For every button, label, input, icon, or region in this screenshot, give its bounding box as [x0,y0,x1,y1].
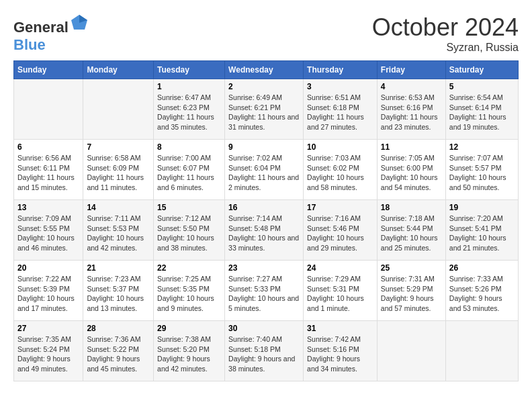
logo-icon [70,13,89,32]
day-info: Sunrise: 7:05 AMSunset: 6:00 PMDaylight:… [381,153,442,193]
day-info: Sunrise: 7:40 AMSunset: 5:18 PMDaylight:… [228,334,300,374]
calendar-cell: 4Sunrise: 6:53 AMSunset: 6:16 PMDaylight… [377,79,445,140]
day-info: Sunrise: 7:18 AMSunset: 5:44 PMDaylight:… [381,214,442,253]
day-info: Sunrise: 7:29 AMSunset: 5:31 PMDaylight:… [307,274,373,314]
calendar-cell [14,79,83,140]
day-info: Sunrise: 6:54 AMSunset: 6:14 PMDaylight:… [449,93,515,132]
title-section: October 2024 Syzran, Russia [372,13,519,54]
day-info: Sunrise: 7:23 AMSunset: 5:37 PMDaylight:… [87,274,150,314]
calendar-cell: 6Sunrise: 6:56 AMSunset: 6:11 PMDaylight… [14,140,83,200]
weekday-header-row: SundayMondayTuesdayWednesdayThursdayFrid… [14,61,519,79]
day-number: 4 [381,82,442,91]
day-info: Sunrise: 7:02 AMSunset: 6:04 PMDaylight:… [228,153,300,193]
calendar-cell: 15Sunrise: 7:12 AMSunset: 5:50 PMDayligh… [154,200,225,261]
weekday-header-friday: Friday [377,61,445,79]
calendar-week-row: 13Sunrise: 7:09 AMSunset: 5:55 PMDayligh… [14,200,519,261]
day-number: 21 [87,263,150,273]
weekday-header-thursday: Thursday [304,61,378,79]
day-info: Sunrise: 7:11 AMSunset: 5:53 PMDaylight:… [87,214,150,253]
calendar-cell: 25Sunrise: 7:31 AMSunset: 5:29 PMDayligh… [377,261,445,321]
calendar-cell: 21Sunrise: 7:23 AMSunset: 5:37 PMDayligh… [83,261,154,321]
weekday-header-tuesday: Tuesday [154,61,225,79]
calendar-week-row: 1Sunrise: 6:47 AMSunset: 6:23 PMDaylight… [14,79,519,140]
logo-general: General [13,19,69,36]
day-number: 20 [17,263,79,273]
day-number: 23 [228,263,300,273]
day-number: 25 [381,263,442,273]
day-info: Sunrise: 7:42 AMSunset: 5:16 PMDaylight:… [307,334,373,374]
weekday-header-monday: Monday [83,61,154,79]
day-info: Sunrise: 7:12 AMSunset: 5:50 PMDaylight:… [157,214,221,253]
day-info: Sunrise: 7:38 AMSunset: 5:20 PMDaylight:… [157,334,221,374]
calendar-cell [377,321,445,381]
calendar-cell [83,79,154,140]
day-number: 28 [87,324,150,333]
day-number: 15 [157,203,221,212]
calendar-cell: 23Sunrise: 7:27 AMSunset: 5:33 PMDayligh… [225,261,304,321]
day-info: Sunrise: 7:25 AMSunset: 5:35 PMDaylight:… [157,274,221,314]
day-number: 14 [87,203,150,212]
day-info: Sunrise: 7:20 AMSunset: 5:41 PMDaylight:… [449,214,515,253]
day-info: Sunrise: 7:03 AMSunset: 6:02 PMDaylight:… [307,153,373,193]
calendar-cell: 18Sunrise: 7:18 AMSunset: 5:44 PMDayligh… [377,200,445,261]
day-number: 27 [17,324,79,333]
calendar-cell: 11Sunrise: 7:05 AMSunset: 6:00 PMDayligh… [377,140,445,200]
day-number: 1 [157,82,221,91]
day-number: 30 [228,324,300,333]
logo-blue: Blue [13,36,46,53]
calendar-week-row: 27Sunrise: 7:35 AMSunset: 5:24 PMDayligh… [14,321,519,381]
weekday-header-sunday: Sunday [14,61,83,79]
day-number: 3 [307,82,373,91]
calendar-cell: 12Sunrise: 7:07 AMSunset: 5:57 PMDayligh… [445,140,518,200]
calendar-cell: 10Sunrise: 7:03 AMSunset: 6:02 PMDayligh… [304,140,378,200]
weekday-header-wednesday: Wednesday [225,61,304,79]
calendar-cell: 1Sunrise: 6:47 AMSunset: 6:23 PMDaylight… [154,79,225,140]
day-info: Sunrise: 7:07 AMSunset: 5:57 PMDaylight:… [449,153,515,193]
day-number: 5 [449,82,515,91]
day-number: 2 [228,82,300,91]
day-info: Sunrise: 6:58 AMSunset: 6:09 PMDaylight:… [87,153,150,193]
calendar-cell [445,321,518,381]
day-info: Sunrise: 7:09 AMSunset: 5:55 PMDaylight:… [17,214,79,253]
calendar-cell: 3Sunrise: 6:51 AMSunset: 6:18 PMDaylight… [304,79,378,140]
day-number: 22 [157,263,221,273]
calendar-cell: 14Sunrise: 7:11 AMSunset: 5:53 PMDayligh… [83,200,154,261]
month-year-title: October 2024 [372,13,519,42]
weekday-header-saturday: Saturday [445,61,518,79]
calendar-cell: 22Sunrise: 7:25 AMSunset: 5:35 PMDayligh… [154,261,225,321]
calendar-cell: 5Sunrise: 6:54 AMSunset: 6:14 PMDaylight… [445,79,518,140]
calendar-cell: 26Sunrise: 7:33 AMSunset: 5:26 PMDayligh… [445,261,518,321]
day-info: Sunrise: 7:36 AMSunset: 5:22 PMDaylight:… [87,334,150,374]
calendar-cell: 20Sunrise: 7:22 AMSunset: 5:39 PMDayligh… [14,261,83,321]
calendar-table: SundayMondayTuesdayWednesdayThursdayFrid… [13,60,519,381]
day-number: 16 [228,203,300,212]
day-info: Sunrise: 6:56 AMSunset: 6:11 PMDaylight:… [17,153,79,193]
calendar-cell: 31Sunrise: 7:42 AMSunset: 5:16 PMDayligh… [304,321,378,381]
day-number: 9 [228,142,300,152]
day-info: Sunrise: 7:22 AMSunset: 5:39 PMDaylight:… [17,274,79,314]
logo-text: General Blue [13,13,89,54]
day-info: Sunrise: 7:27 AMSunset: 5:33 PMDaylight:… [228,274,300,314]
calendar-cell: 13Sunrise: 7:09 AMSunset: 5:55 PMDayligh… [14,200,83,261]
calendar-cell: 7Sunrise: 6:58 AMSunset: 6:09 PMDaylight… [83,140,154,200]
calendar-cell: 9Sunrise: 7:02 AMSunset: 6:04 PMDaylight… [225,140,304,200]
calendar-week-row: 20Sunrise: 7:22 AMSunset: 5:39 PMDayligh… [14,261,519,321]
day-info: Sunrise: 7:00 AMSunset: 6:07 PMDaylight:… [157,153,221,193]
calendar-cell: 28Sunrise: 7:36 AMSunset: 5:22 PMDayligh… [83,321,154,381]
day-number: 8 [157,142,221,152]
calendar-cell: 2Sunrise: 6:49 AMSunset: 6:21 PMDaylight… [225,79,304,140]
day-number: 29 [157,324,221,333]
page-header: General Blue October 2024 Syzran, Russia [13,13,519,54]
day-number: 17 [307,203,373,212]
day-info: Sunrise: 7:33 AMSunset: 5:26 PMDaylight:… [449,274,515,314]
day-info: Sunrise: 7:16 AMSunset: 5:46 PMDaylight:… [307,214,373,253]
day-info: Sunrise: 7:35 AMSunset: 5:24 PMDaylight:… [17,334,79,374]
day-number: 12 [449,142,515,152]
day-info: Sunrise: 7:31 AMSunset: 5:29 PMDaylight:… [381,274,442,314]
calendar-cell: 19Sunrise: 7:20 AMSunset: 5:41 PMDayligh… [445,200,518,261]
day-number: 10 [307,142,373,152]
calendar-week-row: 6Sunrise: 6:56 AMSunset: 6:11 PMDaylight… [14,140,519,200]
location-subtitle: Syzran, Russia [372,42,519,54]
calendar-cell: 8Sunrise: 7:00 AMSunset: 6:07 PMDaylight… [154,140,225,200]
day-number: 26 [449,263,515,273]
